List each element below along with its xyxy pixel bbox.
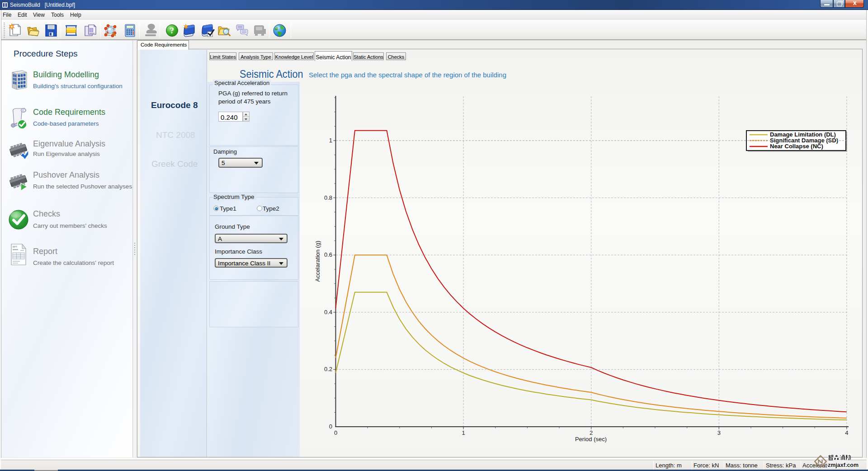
svg-text:0: 0 <box>334 429 337 436</box>
svg-text:0.8: 0.8 <box>324 194 332 201</box>
svg-text:1: 1 <box>329 137 332 144</box>
svg-text:Accelaration (g): Accelaration (g) <box>314 240 321 282</box>
svg-text:1: 1 <box>462 429 465 436</box>
svg-text:0: 0 <box>329 423 332 430</box>
svg-text:0.2: 0.2 <box>324 366 332 372</box>
svg-text:zmjaxf.com: zmjaxf.com <box>828 462 859 468</box>
svg-text:3: 3 <box>717 429 721 436</box>
svg-text:Near Collapse (NC): Near Collapse (NC) <box>770 143 823 150</box>
svg-text:RPT: RPT <box>13 245 17 248</box>
svg-text:0.6: 0.6 <box>324 251 332 258</box>
svg-text:4: 4 <box>845 429 848 436</box>
svg-text:Period (sec): Period (sec) <box>575 436 607 443</box>
svg-text:0.4: 0.4 <box>324 309 332 316</box>
svg-text:?: ? <box>170 26 174 35</box>
svg-text:2: 2 <box>590 429 593 436</box>
